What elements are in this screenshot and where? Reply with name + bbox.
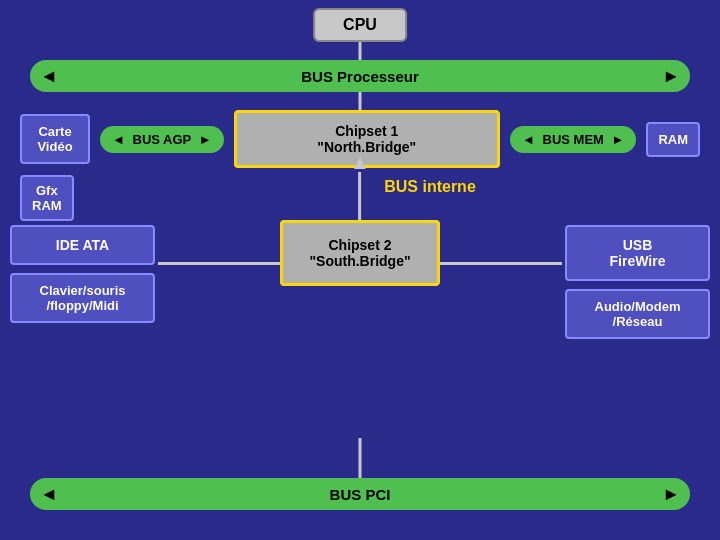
bus-mem: BUS MEM bbox=[510, 126, 636, 153]
diagram: CPU BUS Processeur CarteVidéo BUS AGP Ch… bbox=[0, 0, 720, 540]
audio-modem: Audio/Modem/Réseau bbox=[565, 289, 710, 339]
bus-interne: BUS interne bbox=[220, 178, 640, 196]
gfx-ram-label: GfxRAM bbox=[32, 183, 62, 213]
bus-processeur-label: BUS Processeur bbox=[301, 68, 419, 85]
chipset1-line1: Chipset 1 bbox=[335, 123, 398, 139]
usb-firewire-label: USBFireWire bbox=[610, 237, 666, 269]
bus-agp-label: BUS AGP bbox=[133, 132, 192, 147]
clavier-label: Clavier/souris/floppy/Midi bbox=[40, 283, 126, 313]
bus-processeur: BUS Processeur bbox=[30, 60, 690, 92]
bus-agp: BUS AGP bbox=[100, 126, 224, 153]
cpu-label: CPU bbox=[343, 16, 377, 33]
audio-modem-label: Audio/Modem/Réseau bbox=[595, 299, 681, 329]
arrow-up: ▲ bbox=[350, 152, 370, 172]
row2-left: IDE ATA Clavier/souris/floppy/Midi bbox=[10, 225, 155, 323]
chipset2-line1: Chipset 2 bbox=[328, 237, 391, 253]
ide-ata-label: IDE ATA bbox=[56, 237, 109, 253]
v-line-bottom bbox=[359, 438, 362, 478]
usb-firewire: USBFireWire bbox=[565, 225, 710, 281]
cpu-box: CPU bbox=[313, 8, 407, 42]
clavier: Clavier/souris/floppy/Midi bbox=[10, 273, 155, 323]
bus-pci: BUS PCI bbox=[30, 478, 690, 510]
arrow-line bbox=[358, 172, 361, 227]
carte-video: CarteVidéo bbox=[20, 114, 90, 164]
chipset2-line2: "South.Bridge" bbox=[309, 253, 410, 269]
chipset2: Chipset 2 "South.Bridge" bbox=[280, 220, 440, 286]
gfx-ram: GfxRAM bbox=[20, 175, 74, 221]
v-line-cpu bbox=[359, 42, 362, 62]
ram-label: RAM bbox=[658, 132, 688, 147]
row2-right: USBFireWire Audio/Modem/Réseau bbox=[565, 225, 710, 339]
bus-pci-label: BUS PCI bbox=[330, 486, 391, 503]
carte-video-label: CarteVidéo bbox=[37, 124, 72, 154]
bus-interne-label: BUS interne bbox=[384, 178, 476, 195]
bus-mem-label: BUS MEM bbox=[543, 132, 604, 147]
ide-ata: IDE ATA bbox=[10, 225, 155, 265]
ram-box: RAM bbox=[646, 122, 700, 157]
